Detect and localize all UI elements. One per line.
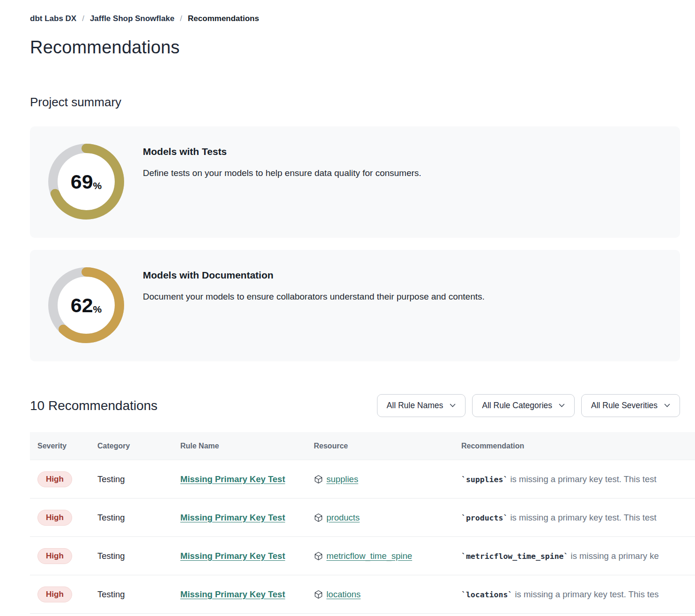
model-cube-icon <box>314 475 323 484</box>
breadcrumb-separator: / <box>180 14 182 23</box>
rule-name-link[interactable]: Missing Primary Key Test <box>180 474 285 484</box>
resource-code: `locations` <box>461 590 512 599</box>
project-summary-heading: Project summary <box>30 95 695 110</box>
chevron-down-icon <box>450 403 456 408</box>
breadcrumb-item-account[interactable]: dbt Labs DX <box>30 14 76 23</box>
recommendation-cell: `supplies` is missing a primary key test… <box>454 474 695 484</box>
resource-link[interactable]: metricflow_time_spine <box>326 551 412 561</box>
breadcrumb-item-project[interactable]: Jaffle Shop Snowflake <box>90 14 174 23</box>
table-row: High Testing Missing Primary Key Test su… <box>30 460 695 499</box>
resource-link[interactable]: supplies <box>326 474 358 484</box>
filter-rule-severities-label: All Rule Severities <box>591 401 658 411</box>
severity-badge: High <box>37 548 72 564</box>
tests-percent-sign: % <box>93 181 102 191</box>
recommendations-table: Severity Category Rule Name Resource Rec… <box>30 432 695 614</box>
rule-name-link[interactable]: Missing Primary Key Test <box>180 551 285 561</box>
recommendation-cell: `metricflow_time_spine` is missing a pri… <box>454 551 695 561</box>
column-header-recommendation: Recommendation <box>454 442 695 450</box>
filter-rule-names-dropdown[interactable]: All Rule Names <box>377 394 466 417</box>
recommendations-page: dbt Labs DX / Jaffle Shop Snowflake / Re… <box>0 14 695 614</box>
category-cell: Testing <box>90 513 173 523</box>
severity-badge: High <box>37 471 72 487</box>
column-header-severity: Severity <box>30 442 90 450</box>
resource-code: `supplies` <box>461 475 508 484</box>
resource-code: `metricflow_time_spine` <box>461 552 568 561</box>
filter-rule-categories-dropdown[interactable]: All Rule Categories <box>472 394 575 417</box>
filter-rule-categories-label: All Rule Categories <box>482 401 552 411</box>
severity-badge: High <box>37 587 72 602</box>
tests-card-title: Models with Tests <box>143 146 227 157</box>
filter-bar: All Rule Names All Rule Categories All R… <box>377 394 680 417</box>
rule-name-link[interactable]: Missing Primary Key Test <box>180 513 285 522</box>
category-cell: Testing <box>90 589 173 600</box>
summary-card-models-with-documentation: 62% Models with Documentation Document y… <box>30 250 680 361</box>
docs-percent-sign: % <box>93 304 102 314</box>
chevron-down-icon <box>664 403 670 408</box>
docs-percent-label: 62% <box>48 267 124 343</box>
recommendations-count-heading: 10 Recommendations <box>30 398 157 413</box>
column-header-category: Category <box>90 442 173 450</box>
rule-name-link[interactable]: Missing Primary Key Test <box>180 589 285 599</box>
filter-rule-names-label: All Rule Names <box>387 401 444 411</box>
tests-card-description: Define tests on your models to help ensu… <box>143 168 421 178</box>
resource-link[interactable]: locations <box>326 589 361 600</box>
summary-card-models-with-tests: 69% Models with Tests Define tests on yo… <box>30 126 680 238</box>
tests-percent-value: 69 <box>71 172 93 192</box>
docs-card-title: Models with Documentation <box>143 270 274 281</box>
table-row: High Testing Missing Primary Key Test pr… <box>30 499 695 537</box>
table-header-row: Severity Category Rule Name Resource Rec… <box>30 432 695 460</box>
docs-card-description: Document your models to ensure collabora… <box>143 292 485 302</box>
docs-percent-value: 62 <box>71 295 93 315</box>
column-header-resource: Resource <box>306 442 454 450</box>
breadcrumb: dbt Labs DX / Jaffle Shop Snowflake / Re… <box>30 14 695 23</box>
breadcrumb-item-current: Recommendations <box>188 14 259 23</box>
column-header-rule-name: Rule Name <box>173 442 306 450</box>
model-cube-icon <box>314 513 323 522</box>
docs-donut-chart: 62% <box>48 267 124 343</box>
recommendation-text: is missing a primary key test. This test <box>508 474 656 484</box>
recommendation-cell: `products` is missing a primary key test… <box>454 513 695 523</box>
recommendation-cell: `locations` is missing a primary key tes… <box>454 589 695 600</box>
tests-percent-label: 69% <box>48 144 124 220</box>
recommendation-text: is missing a primary ke <box>568 551 658 561</box>
tests-donut-chart: 69% <box>48 144 124 220</box>
breadcrumb-separator: / <box>82 14 84 23</box>
recommendation-text: is missing a primary key test. This test <box>508 513 656 522</box>
table-row: High Testing Missing Primary Key Test me… <box>30 537 695 575</box>
category-cell: Testing <box>90 474 173 484</box>
filter-rule-severities-dropdown[interactable]: All Rule Severities <box>581 394 680 417</box>
chevron-down-icon <box>559 403 565 408</box>
table-row: High Testing Missing Primary Key Test lo… <box>30 575 695 614</box>
resource-link[interactable]: products <box>326 513 360 523</box>
recommendation-text: is missing a primary key test. This tes <box>512 589 658 599</box>
page-title: Recommendations <box>30 37 695 58</box>
category-cell: Testing <box>90 551 173 561</box>
model-cube-icon <box>314 551 323 561</box>
recommendations-header: 10 Recommendations All Rule Names All Ru… <box>30 394 680 417</box>
model-cube-icon <box>314 590 323 599</box>
resource-code: `products` <box>461 513 508 522</box>
severity-badge: High <box>37 510 72 526</box>
